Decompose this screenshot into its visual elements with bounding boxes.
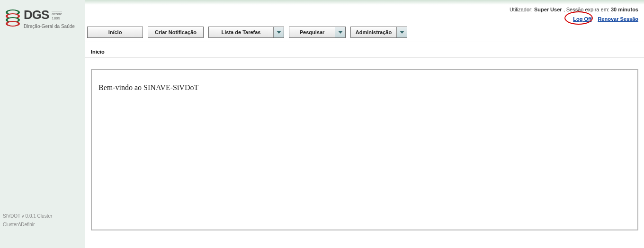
logo: DGS desde 1899 Direção-Geral da Saúde [0,0,85,37]
cluster-text: ClusterADefinir [3,220,52,229]
nav-pesquisar[interactable]: Pesquisar [289,27,346,38]
logo-subtitle: Direção-Geral da Saúde [24,24,75,29]
chevron-down-icon[interactable] [273,27,284,37]
page-title: Início [85,42,644,58]
svg-marker-10 [400,31,404,34]
logo-since: desde 1899 [52,11,62,21]
sidebar-footer: SIVDOT v 0.0.1 Cluster ClusterADefinir [3,212,52,229]
svg-marker-8 [277,31,281,34]
chevron-down-icon[interactable] [396,27,407,37]
nav-administracao[interactable]: Administração [350,27,407,38]
version-text: SIVDOT v 0.0.1 Cluster [3,212,52,220]
nav-criar-notificacao[interactable]: Criar Notificação [148,27,204,38]
userbar: Utilizador: Super User , Sessão expira e… [85,5,644,12]
user-name: Super User [534,7,562,12]
logo-icon [5,9,21,27]
top-gradient [85,0,644,5]
svg-marker-9 [338,31,343,34]
session-links: Log Off Renovar Sessão [85,12,644,27]
content-frame: Bem-vindo ao SINAVE-SiVDoT [91,69,638,230]
logoff-link[interactable]: Log Off [573,16,591,22]
nav-lista-tarefas[interactable]: Lista de Tarefas [208,27,284,38]
welcome-text: Bem-vindo ao SINAVE-SiVDoT [98,83,631,92]
renew-session-link[interactable]: Renovar Sessão [598,16,638,22]
user-label: Utilizador: [510,7,533,12]
main-nav: Início Criar Notificação Lista de Tarefa… [85,27,644,42]
svg-point-7 [8,22,18,26]
sidebar: DGS desde 1899 Direção-Geral da Saúde SI… [0,0,85,248]
nav-inicio[interactable]: Início [87,27,143,38]
main: Utilizador: Super User , Sessão expira e… [85,0,644,248]
chevron-down-icon[interactable] [335,27,345,37]
session-label: , Sessão expira em: [564,7,609,12]
logo-abbrev: DGS [24,9,49,21]
session-value: 30 minutos [611,7,638,12]
